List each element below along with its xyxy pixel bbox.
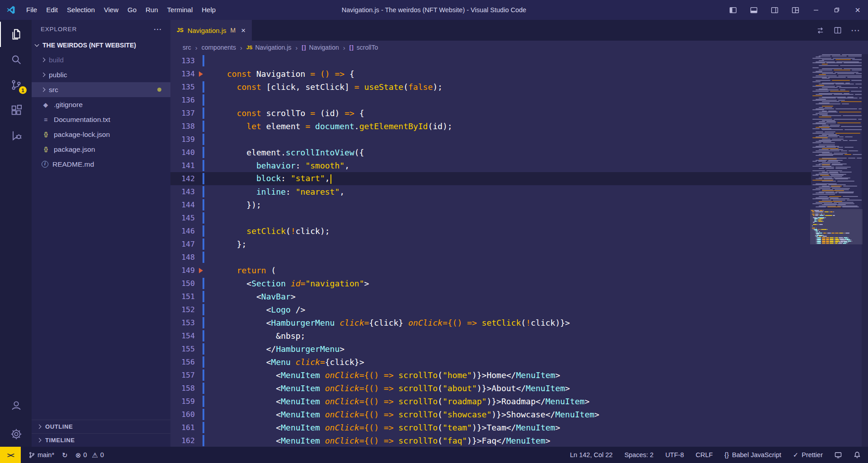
file-Documentation.txt[interactable]: ≡Documentation.txt: [32, 112, 170, 127]
code-line[interactable]: 151 <NavBar>: [170, 290, 811, 303]
activity-run-debug[interactable]: [0, 123, 32, 148]
tab-close-icon[interactable]: ×: [241, 27, 245, 34]
toggle-primary-sidebar-icon[interactable]: [722, 0, 743, 20]
gutter[interactable]: [195, 421, 208, 434]
file-package-lock.json[interactable]: {}package-lock.json: [32, 127, 170, 142]
minimize-button[interactable]: [806, 0, 826, 20]
breadcrumb-components[interactable]: components: [202, 44, 236, 51]
gutter[interactable]: [195, 303, 208, 316]
screencast-icon[interactable]: [835, 451, 842, 458]
gutter[interactable]: [195, 395, 208, 408]
code-line[interactable]: 147 };: [170, 238, 811, 251]
code-line[interactable]: 135 const [click, setClick] = useState(f…: [170, 80, 811, 94]
menu-go[interactable]: Go: [123, 0, 141, 20]
code-line[interactable]: 141 behavior: "smooth",: [170, 159, 811, 172]
gutter[interactable]: [195, 80, 208, 94]
code-line[interactable]: 139: [170, 133, 811, 146]
gutter[interactable]: [195, 434, 208, 447]
gutter[interactable]: [195, 172, 208, 185]
gutter[interactable]: [195, 107, 208, 120]
code-line[interactable]: 155 </HamburgerMenu>: [170, 342, 811, 355]
file-package.json[interactable]: {}package.json: [32, 142, 170, 157]
menu-run[interactable]: Run: [141, 0, 163, 20]
code-line[interactable]: 159 <MenuItem onClick={() => scrollTo("r…: [170, 395, 811, 408]
code-line[interactable]: 136: [170, 94, 811, 107]
code-line[interactable]: 149 return (: [170, 264, 811, 277]
minimap[interactable]: [811, 54, 862, 447]
customize-layout-icon[interactable]: [785, 0, 806, 20]
problems-indicator[interactable]: ⊗ 0 ⚠ 0: [75, 451, 104, 458]
breadcrumb-src[interactable]: src: [183, 44, 191, 51]
tab-navigation-js[interactable]: JS Navigation.js M ×: [170, 20, 252, 41]
minimap-slider[interactable]: [810, 209, 863, 244]
gutter[interactable]: [195, 329, 208, 342]
split-editor-icon[interactable]: [834, 26, 842, 34]
breadcrumb-navigation.js[interactable]: JSNavigation.js: [246, 44, 292, 51]
code-line[interactable]: 146 setClick(!click);: [170, 224, 811, 238]
code-line[interactable]: 154 &nbsp;: [170, 329, 811, 342]
gutter[interactable]: [195, 369, 208, 382]
gutter[interactable]: [195, 146, 208, 159]
activity-accounts[interactable]: [0, 393, 32, 418]
menu-help[interactable]: Help: [197, 0, 220, 20]
menu-edit[interactable]: Edit: [42, 0, 62, 20]
section-timeline[interactable]: TIMELINE: [32, 433, 170, 447]
restore-button[interactable]: [826, 0, 847, 20]
close-button[interactable]: ×: [847, 0, 868, 20]
code-line[interactable]: 144 });: [170, 198, 811, 211]
more-actions-icon[interactable]: ⋯: [851, 26, 860, 35]
code-line[interactable]: 153 <HamburgerMenu click={click} onClick…: [170, 316, 811, 329]
sync-icon[interactable]: ↻: [62, 452, 68, 458]
code-line[interactable]: 142 block: "start",: [170, 172, 811, 185]
cursor-position[interactable]: Ln 142, Col 22: [570, 451, 613, 458]
gutter[interactable]: [195, 54, 208, 67]
eol-sequence[interactable]: CRLF: [696, 451, 713, 458]
language-mode[interactable]: {} Babel JavaScript: [725, 451, 782, 458]
code-line[interactable]: 162 <MenuItem onClick={() => scrollTo("f…: [170, 434, 811, 447]
notifications-bell-icon[interactable]: [854, 451, 861, 458]
folder-build[interactable]: build: [32, 52, 170, 67]
gutter[interactable]: [195, 211, 208, 224]
code-line[interactable]: 156 <Menu click={click}>: [170, 355, 811, 369]
menu-terminal[interactable]: Terminal: [163, 0, 198, 20]
gutter[interactable]: [195, 290, 208, 303]
gutter[interactable]: [195, 251, 208, 264]
code-line[interactable]: 140 element.scrollIntoView({: [170, 146, 811, 159]
scrollbar[interactable]: [862, 54, 868, 447]
breadcrumb-scrollto[interactable]: []scrollTo: [349, 44, 378, 51]
gutter[interactable]: [195, 238, 208, 251]
code-line[interactable]: 137 const scrollTo = (id) => {: [170, 107, 811, 120]
activity-settings[interactable]: [0, 421, 32, 447]
menu-selection[interactable]: Selection: [62, 0, 99, 20]
activity-extensions[interactable]: [0, 98, 32, 123]
gutter[interactable]: [195, 342, 208, 355]
open-changes-icon[interactable]: [816, 26, 825, 35]
code-line[interactable]: 161 <MenuItem onClick={() => scrollTo("t…: [170, 421, 811, 434]
remote-indicator[interactable]: ><: [0, 447, 21, 463]
code-line[interactable]: 160 <MenuItem onClick={() => scrollTo("s…: [170, 408, 811, 421]
code-line[interactable]: 157 <MenuItem onClick={() => scrollTo("h…: [170, 369, 811, 382]
code-line[interactable]: 158 <MenuItem onClick={() => scrollTo("a…: [170, 382, 811, 395]
activity-explorer[interactable]: [0, 22, 32, 47]
gutter[interactable]: [195, 185, 208, 198]
gutter[interactable]: [195, 133, 208, 146]
git-branch[interactable]: main*: [28, 451, 54, 458]
code-line[interactable]: 138 let element = document.getElementByI…: [170, 120, 811, 133]
editor-code-area[interactable]: 133134const Navigation = () => {135 cons…: [170, 54, 868, 447]
gutter[interactable]: [195, 408, 208, 421]
code-line[interactable]: 145: [170, 211, 811, 224]
file-README.md[interactable]: iREADME.md: [32, 157, 170, 172]
folder-src[interactable]: src: [32, 82, 170, 97]
explorer-more-actions-icon[interactable]: ⋯: [153, 25, 162, 33]
indentation[interactable]: Spaces: 2: [624, 451, 654, 458]
gutter[interactable]: [195, 67, 208, 80]
toggle-panel-icon[interactable]: [743, 0, 764, 20]
menu-view[interactable]: View: [99, 0, 123, 20]
activity-source-control[interactable]: 1: [0, 72, 32, 98]
code-line[interactable]: 150 <Section id="navigation">: [170, 277, 811, 290]
code-line[interactable]: 148: [170, 251, 811, 264]
gutter[interactable]: [195, 159, 208, 172]
gutter[interactable]: [195, 120, 208, 133]
code-line[interactable]: 133: [170, 54, 811, 67]
section-outline[interactable]: OUTLINE: [32, 420, 170, 433]
